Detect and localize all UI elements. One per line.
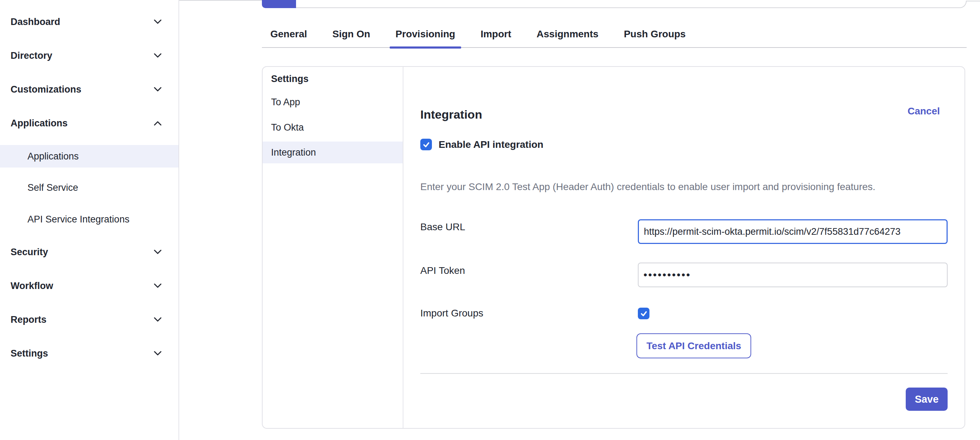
chevron-down-icon — [154, 351, 162, 356]
sidebar-subitem-label: Applications — [27, 151, 79, 162]
top-divider-strip — [296, 1, 967, 8]
credentials-description: Enter your SCIM 2.0 Test App (Header Aut… — [420, 181, 934, 193]
sidebar-item-label: Applications — [11, 118, 68, 129]
sidebar-item-label: Security — [11, 247, 48, 258]
sidebar-item-settings[interactable]: Settings — [0, 343, 178, 364]
provisioning-subnav: Settings To App To Okta Integration — [262, 67, 403, 428]
sidebar-item-directory[interactable]: Directory — [0, 45, 178, 67]
sidebar-subitem-label: API Service Integrations — [27, 214, 130, 225]
chevron-down-icon — [154, 283, 162, 288]
subnav-item-to-okta[interactable]: To Okta — [262, 119, 403, 136]
enable-api-integration-row: Enable API integration — [420, 139, 544, 150]
tab-general[interactable]: General — [270, 21, 307, 47]
chevron-down-icon — [154, 317, 162, 322]
api-token-label: API Token — [420, 262, 465, 279]
tab-provisioning[interactable]: Provisioning — [396, 21, 455, 47]
tab-sign-on[interactable]: Sign On — [332, 21, 370, 47]
provisioning-card: Settings To App To Okta Integration Inte… — [262, 66, 965, 429]
checkmark-icon — [640, 310, 648, 318]
page-title: Integration — [420, 106, 482, 123]
sidebar-subitem-api-service-integrations[interactable]: API Service Integrations — [0, 208, 178, 230]
tab-assignments[interactable]: Assignments — [536, 21, 598, 47]
subnav-header: Settings — [262, 70, 403, 87]
import-groups-checkbox[interactable] — [638, 308, 649, 319]
chevron-down-icon — [154, 19, 162, 24]
cancel-button[interactable]: Cancel — [907, 103, 940, 119]
tab-push-groups[interactable]: Push Groups — [624, 21, 686, 47]
base-url-input[interactable]: https://permit-scim-okta.permit.io/scim/… — [638, 219, 948, 244]
form-divider — [420, 373, 948, 374]
sidebar-item-applications[interactable]: Applications — [0, 112, 178, 134]
chevron-down-icon — [154, 87, 162, 92]
subnav-item-integration[interactable]: Integration — [262, 141, 403, 163]
sidebar-item-label: Directory — [11, 50, 52, 61]
checkmark-icon — [422, 141, 430, 149]
sidebar-item-dashboard[interactable]: Dashboard — [0, 11, 178, 33]
import-groups-label: Import Groups — [420, 305, 483, 322]
sidebar-item-label: Reports — [11, 315, 46, 325]
sidebar-item-label: Customizations — [11, 84, 81, 95]
cutoff-blue-button-fragment — [262, 0, 296, 8]
integration-pane: Integration Cancel Enable API integratio… — [404, 67, 964, 428]
api-token-input[interactable]: •••••••••• — [638, 262, 948, 287]
chevron-up-icon — [154, 121, 162, 125]
sidebar-item-security[interactable]: Security — [0, 241, 178, 263]
save-button[interactable]: Save — [906, 388, 948, 411]
subnav-item-to-app[interactable]: To App — [262, 94, 403, 111]
tab-import[interactable]: Import — [480, 21, 511, 47]
base-url-label: Base URL — [420, 219, 465, 235]
chevron-down-icon — [154, 53, 162, 58]
sidebar-item-customizations[interactable]: Customizations — [0, 78, 178, 100]
sidebar-item-workflow[interactable]: Workflow — [0, 275, 178, 297]
sidebar-subitem-applications[interactable]: Applications — [0, 145, 178, 168]
chevron-down-icon — [154, 249, 162, 254]
sidebar-subitem-self-service[interactable]: Self Service — [0, 176, 178, 199]
test-api-credentials-button[interactable]: Test API Credentials — [636, 334, 751, 358]
enable-api-integration-checkbox[interactable] — [420, 139, 432, 150]
sidebar-item-label: Workflow — [11, 281, 53, 291]
sidebar-item-label: Dashboard — [11, 17, 60, 27]
sidebar-subitem-label: Self Service — [27, 182, 78, 193]
sidebar: Dashboard Directory Customizations Appli… — [0, 0, 179, 440]
sidebar-item-reports[interactable]: Reports — [0, 309, 178, 330]
app-tab-bar: General Sign On Provisioning Import Assi… — [262, 21, 967, 48]
enable-api-integration-label: Enable API integration — [439, 139, 544, 150]
top-divider-right — [967, 1, 980, 2]
sidebar-item-label: Settings — [11, 348, 48, 359]
